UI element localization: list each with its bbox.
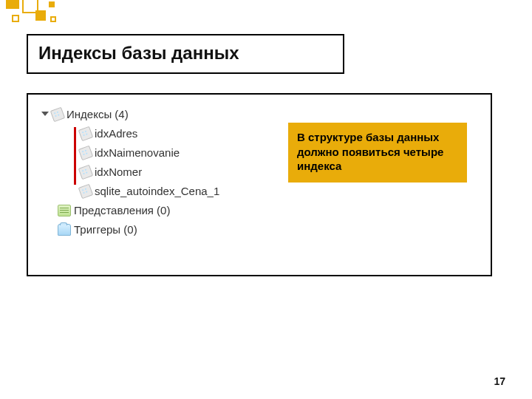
db-structure-panel: Индексы (4) idxAdres idxNaimenovanie idx… <box>27 93 492 276</box>
tree-node-views[interactable]: Представления (0) <box>41 201 219 220</box>
indexes-group-label: Индексы (4) <box>66 106 129 124</box>
tree-node-triggers[interactable]: Триггеры (0) <box>41 220 219 239</box>
index-icon <box>78 184 94 200</box>
tree-item[interactable]: idxNomer <box>41 163 219 182</box>
indexes-group-icon <box>50 107 66 123</box>
slide-title: Индексы базы данных <box>38 43 332 64</box>
index-label: sqlite_autoindex_Cena_1 <box>95 183 219 201</box>
triggers-icon <box>58 224 71 236</box>
db-tree: Индексы (4) idxAdres idxNaimenovanie idx… <box>41 105 219 239</box>
tree-node-indexes[interactable]: Индексы (4) <box>41 105 219 124</box>
highlight-bar <box>74 127 76 185</box>
index-icon <box>78 146 94 161</box>
tree-item[interactable]: idxAdres <box>41 124 219 143</box>
views-label: Представления (0) <box>74 202 170 220</box>
index-icon <box>78 165 94 180</box>
slide-title-box: Индексы базы данных <box>27 34 344 74</box>
index-icon <box>78 126 94 142</box>
annotation-callout: В структуре базы данных должно появиться… <box>288 123 467 183</box>
tree-item[interactable]: idxNaimenovanie <box>41 143 219 163</box>
index-label: idxNomer <box>95 163 142 182</box>
views-icon <box>58 205 71 216</box>
expand-arrow-icon <box>41 112 49 116</box>
index-label: idxNaimenovanie <box>95 144 180 163</box>
page-number: 17 <box>494 375 505 387</box>
index-label: idxAdres <box>95 125 137 143</box>
annotation-text: В структуре базы данных должно появиться… <box>297 131 443 172</box>
tree-item[interactable]: sqlite_autoindex_Cena_1 <box>41 182 219 201</box>
triggers-label: Триггеры (0) <box>74 221 137 239</box>
